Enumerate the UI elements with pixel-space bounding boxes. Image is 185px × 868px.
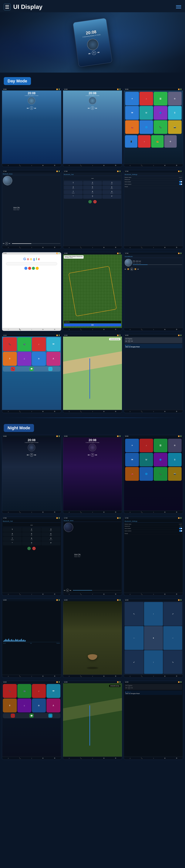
nbt-phone[interactable]: 📞 (19, 593, 21, 595)
arrows-music[interactable]: ♪ (153, 675, 154, 677)
app-icon-maps[interactable]: 🗺 (125, 106, 139, 120)
google-search-bar[interactable] (6, 262, 57, 265)
social-home[interactable]: ⌂ (130, 329, 131, 330)
map-phone[interactable]: 📞 (80, 329, 82, 330)
social-next2[interactable]: ⏭ (137, 268, 139, 270)
ios-nav-btn[interactable]: ⊕ (42, 411, 44, 412)
nbm-home[interactable]: ⌂ (69, 593, 70, 595)
np-settings[interactable]: ⚙ (176, 411, 177, 412)
night-auto-connect-toggle[interactable] (179, 530, 182, 532)
nav-full-home[interactable]: ⌂ (69, 411, 70, 412)
night-dock-phone[interactable]: 📞 (11, 714, 15, 718)
nav-up-left[interactable]: ↖ (125, 602, 143, 626)
night-bt-play[interactable]: ⏸ (66, 589, 69, 592)
food-music[interactable]: ♪ (92, 675, 93, 677)
play-pause-icon[interactable]: ⏸ (91, 51, 96, 55)
google-app-2[interactable] (28, 267, 31, 270)
arrows-home[interactable]: ⌂ (130, 675, 131, 677)
bts-music[interactable]: ♪ (153, 247, 154, 248)
social-phone[interactable]: 📞 (141, 329, 143, 330)
settings-icon-2[interactable]: ⚙ (115, 164, 116, 166)
prev-btn-2[interactable]: ⏮ (88, 107, 90, 109)
ios-phone-icon[interactable]: 📞 (3, 337, 17, 351)
app-icon-extra-2[interactable]: ♪ (138, 135, 151, 148)
ios-music-icon[interactable]: ♪ (32, 337, 46, 351)
np-play[interactable]: ▶ (128, 340, 130, 342)
wave-home[interactable]: ⌂ (8, 675, 9, 677)
social-play[interactable]: ▶ (130, 268, 133, 271)
nnp-music[interactable]: ♪ (153, 757, 154, 759)
google-music[interactable]: ♪ (31, 329, 32, 330)
app-icon-phone[interactable]: 📞 (154, 120, 167, 134)
bt-next-icon[interactable]: ⏭ (9, 243, 10, 244)
np-music[interactable]: ♪ (153, 411, 154, 412)
nnp-home[interactable]: ⌂ (130, 757, 131, 759)
app-icon-browser[interactable]: 🌐 (139, 120, 153, 134)
nav-icon-2[interactable]: ⊕ (103, 164, 105, 166)
next-btn-1[interactable]: ⏭ (34, 107, 36, 109)
app-icon-bt2[interactable]: B (168, 106, 182, 120)
night-app-telegram[interactable]: ✈ (125, 439, 139, 452)
call-answer-btn[interactable]: 📞 (88, 200, 92, 204)
nbt-nav[interactable]: ⊕ (42, 593, 44, 595)
night-bt-prev[interactable]: ⏮ (64, 590, 65, 591)
bts-nav[interactable]: ⊕ (164, 247, 165, 248)
night-ios-facetime[interactable]: 📹 (17, 684, 31, 698)
np-home[interactable]: ⌂ (130, 411, 131, 412)
prev-icon[interactable]: ⏮ (88, 52, 90, 55)
home-icon[interactable]: ⌂ (8, 164, 9, 166)
night-dial-0[interactable]: 0+ (22, 541, 41, 546)
bts-home[interactable]: ⌂ (130, 247, 131, 248)
night-nav-2[interactable]: ⊕ (103, 511, 105, 513)
dial-key-3[interactable]: 3DEF (102, 181, 121, 185)
np-prev[interactable]: ⏮ (125, 340, 127, 342)
nn-nav[interactable]: ⊕ (103, 757, 105, 759)
social-prev[interactable]: ⏮ (125, 268, 126, 270)
night-dial-9[interactable]: 9WXYZ (41, 537, 60, 541)
night-ios-phone[interactable]: 📞 (3, 684, 17, 698)
arrows-settings[interactable]: ⚙ (176, 675, 177, 677)
night-next-1[interactable]: ⏭ (34, 454, 36, 456)
dial-key-6[interactable]: 6MNO (102, 186, 121, 190)
ios-maps-icon[interactable]: 🗺 (47, 337, 60, 351)
social-prev2[interactable]: ⏪ (127, 268, 129, 270)
night-app-settings[interactable]: ⚙ (168, 439, 182, 452)
app-icon-camera[interactable]: 📷 (168, 120, 182, 134)
night-np-next[interactable]: ⏭ (131, 687, 133, 689)
night-app-vehicle[interactable]: 🚗 (125, 467, 139, 480)
nbm-nav[interactable]: ⊕ (103, 593, 105, 595)
night-phone-2[interactable]: 📞 (80, 511, 82, 513)
bts-settings[interactable]: ⚙ (176, 247, 177, 248)
nbm-music[interactable]: ♪ (92, 593, 93, 595)
app-icon-waze[interactable]: W (139, 106, 153, 120)
night-app-nav[interactable]: ⊕ (164, 511, 165, 513)
night-app-bt[interactable]: 🔵 (154, 453, 167, 466)
night-dock-messages[interactable]: 💬 (29, 714, 34, 718)
auto-connect-toggle[interactable] (179, 183, 182, 185)
music-icon-3[interactable]: ♪ (153, 164, 154, 166)
nbm-phone[interactable]: 📞 (80, 593, 82, 595)
google-nav[interactable]: ⊕ (42, 329, 44, 330)
wave-settings[interactable]: ⚙ (54, 675, 55, 677)
nbt-music[interactable]: ♪ (31, 593, 32, 595)
nbt-settings[interactable]: ⚙ (54, 593, 55, 595)
night-phone-1[interactable]: 📞 (19, 511, 21, 513)
nav-full-settings[interactable]: ⚙ (115, 411, 116, 412)
ios-home-btn[interactable]: ⌂ (8, 411, 9, 412)
dock-safari[interactable]: 🌐 (48, 367, 52, 371)
dial-key-5[interactable]: 5JKL (83, 186, 102, 190)
dial-key-9[interactable]: 9WXYZ (102, 190, 121, 194)
night-dial-hash[interactable]: # (41, 541, 60, 546)
bt-phone[interactable]: 📞 (19, 247, 21, 248)
night-app-browser[interactable]: 🌐 (139, 467, 153, 480)
ios-settings-icon[interactable]: ⚙ (32, 352, 46, 366)
night-app-camera[interactable]: 📷 (168, 467, 182, 480)
nav-down-right[interactable]: ↘ (163, 650, 182, 674)
map-music[interactable]: ♪ (92, 329, 93, 330)
bt-settings[interactable]: ⚙ (54, 247, 55, 248)
play-btn-1[interactable]: ⏸ (30, 106, 33, 110)
night-ios-home-btn[interactable]: ⌂ (8, 757, 9, 759)
arrows-nav[interactable]: ⊕ (164, 675, 165, 677)
night-auto-answer-toggle[interactable] (179, 528, 182, 529)
night-music-1b[interactable]: ♪ (31, 511, 32, 513)
